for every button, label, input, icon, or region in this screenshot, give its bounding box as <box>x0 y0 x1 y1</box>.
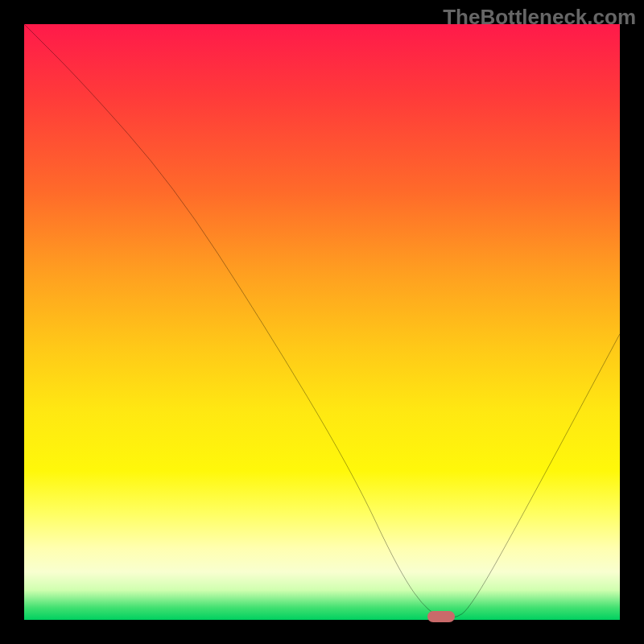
optimal-marker <box>427 611 455 622</box>
bottleneck-curve <box>24 24 620 620</box>
watermark: TheBottleneck.com <box>443 5 636 30</box>
chart-plot-area <box>24 24 620 620</box>
curve-line <box>24 24 620 618</box>
